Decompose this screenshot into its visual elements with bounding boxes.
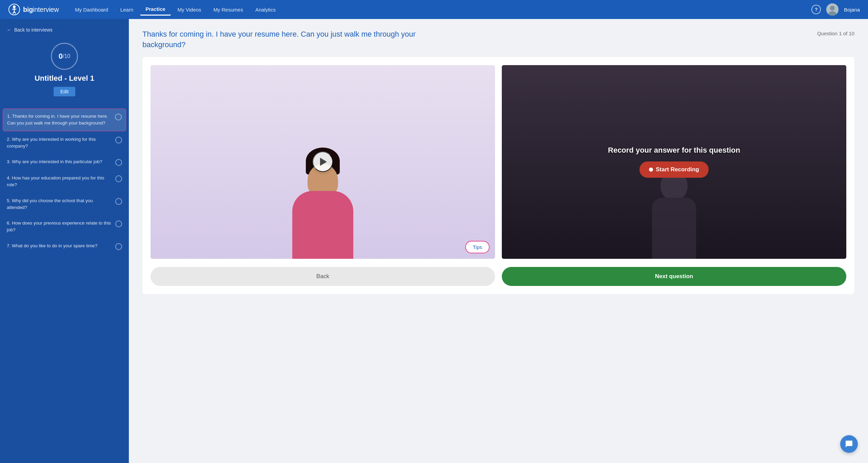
question-text-1: 1. Thanks for coming in. I have your res… xyxy=(7,113,115,127)
nav-links: My Dashboard Learn Practice My Videos My… xyxy=(70,3,811,16)
logo-text: biginterview xyxy=(23,6,59,14)
question-radio-4 xyxy=(115,175,122,182)
sidebar-progress: 0/10 Untitled - Level 1 Edit xyxy=(0,39,129,103)
next-question-button[interactable]: Next question xyxy=(502,267,846,286)
user-silhouette xyxy=(640,164,708,259)
question-item-5[interactable]: 5. Why did you choose the school that yo… xyxy=(3,193,126,215)
user-body xyxy=(652,198,696,259)
question-header: Question 1 of 10 Thanks for coming in. I… xyxy=(142,29,854,50)
back-to-interviews[interactable]: ← Back to interviews xyxy=(0,26,129,39)
question-item-4[interactable]: 4. How has your education prepared you f… xyxy=(3,171,126,193)
back-arrow-icon: ← xyxy=(7,27,12,33)
question-item-7[interactable]: 7. What do you like to do in your spare … xyxy=(3,238,126,254)
question-radio-2 xyxy=(115,137,122,143)
record-dot-icon xyxy=(649,168,653,172)
tips-button[interactable]: Tips xyxy=(465,241,490,253)
question-item-3[interactable]: 3. Why are you interested in this partic… xyxy=(3,154,126,170)
top-navigation: biginterview My Dashboard Learn Practice… xyxy=(0,0,868,19)
question-text-2: 2. Why are you interested in working for… xyxy=(7,136,115,150)
question-radio-7 xyxy=(115,243,122,250)
nav-right: ? Bojana xyxy=(811,3,860,16)
svg-line-5 xyxy=(14,12,16,14)
sidebar: ← Back to interviews 0/10 Untitled - Lev… xyxy=(0,19,129,463)
question-radio-3 xyxy=(115,159,122,166)
question-item-2[interactable]: 2. Why are you interested in working for… xyxy=(3,132,126,154)
question-text-7: 7. What do you like to do in your spare … xyxy=(7,243,115,249)
logo-icon xyxy=(8,3,20,16)
nav-learn[interactable]: Learn xyxy=(115,4,139,15)
question-text-5: 5. Why did you choose the school that yo… xyxy=(7,197,115,211)
action-buttons: Back Next question xyxy=(151,267,846,286)
logo[interactable]: biginterview xyxy=(8,3,59,16)
question-text-3: 3. Why are you interested in this partic… xyxy=(7,158,115,165)
main-question-text: Thanks for coming in. I have your resume… xyxy=(142,29,448,50)
question-radio-5 xyxy=(115,198,122,205)
question-radio-1 xyxy=(115,114,122,120)
nav-practice[interactable]: Practice xyxy=(140,3,171,16)
start-recording-label: Start Recording xyxy=(656,166,699,173)
nav-my-dashboard[interactable]: My Dashboard xyxy=(70,4,114,15)
record-area-text: Record your answer for this question xyxy=(608,146,740,155)
help-button[interactable]: ? xyxy=(811,5,821,14)
username-label[interactable]: Bojana xyxy=(844,7,860,13)
question-radio-6 xyxy=(115,220,122,227)
question-item-6[interactable]: 6. How does your previous experience rel… xyxy=(3,216,126,238)
nav-my-resumes[interactable]: My Resumes xyxy=(208,4,249,15)
avatar-icon xyxy=(826,3,839,16)
start-recording-button[interactable]: Start Recording xyxy=(639,161,709,178)
question-item-1[interactable]: 1. Thanks for coming in. I have your res… xyxy=(3,109,126,131)
video-player[interactable]: Tips xyxy=(151,65,495,259)
nav-analytics[interactable]: Analytics xyxy=(250,4,281,15)
interview-title: Untitled - Level 1 xyxy=(35,74,94,83)
nav-my-videos[interactable]: My Videos xyxy=(172,4,207,15)
back-button[interactable]: Back xyxy=(151,267,495,286)
play-icon xyxy=(320,158,327,166)
questions-list: 1. Thanks for coming in. I have your res… xyxy=(0,109,129,254)
svg-point-7 xyxy=(830,6,835,11)
play-button[interactable] xyxy=(313,152,333,172)
avatar[interactable] xyxy=(826,3,839,16)
app-layout: ← Back to interviews 0/10 Untitled - Lev… xyxy=(0,19,868,463)
question-text-6: 6. How does your previous experience rel… xyxy=(7,220,115,234)
presenter-body xyxy=(292,191,353,259)
back-label: Back to interviews xyxy=(14,27,53,33)
svg-point-1 xyxy=(13,5,16,8)
main-content: Question 1 of 10 Thanks for coming in. I… xyxy=(129,19,868,463)
question-text-4: 4. How has your education prepared you f… xyxy=(7,175,115,189)
chat-bubble[interactable] xyxy=(840,435,858,453)
content-card: Tips Record your answer for this questio… xyxy=(142,57,854,294)
edit-button[interactable]: Edit xyxy=(54,87,75,96)
question-counter: Question 1 of 10 xyxy=(817,31,854,36)
progress-circle: 0/10 xyxy=(51,43,78,70)
chat-icon xyxy=(845,440,853,448)
record-area: Record your answer for this question Sta… xyxy=(502,65,846,259)
video-area: Tips Record your answer for this questio… xyxy=(151,65,846,259)
